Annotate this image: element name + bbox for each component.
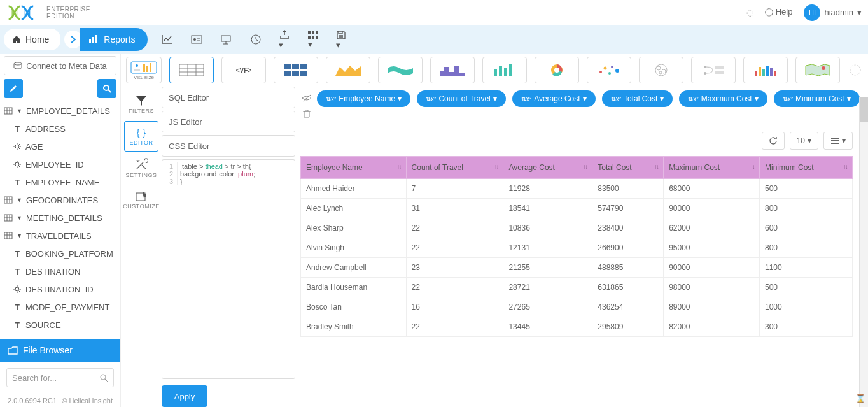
tree-label: DESTINATION (25, 267, 80, 276)
svg-rect-91 (766, 66, 769, 76)
connect-metadata-button[interactable]: Connect to Meta Data (4, 56, 116, 75)
chart-tree[interactable] (691, 57, 736, 83)
left-sidebar: Connect to Meta Data ▼EMPLOYEE_DETAILSTA… (0, 54, 121, 407)
svg-point-49 (101, 375, 106, 380)
tab-js-editor[interactable]: JS Editor (162, 111, 295, 132)
tool-settings[interactable]: SETTINGS (124, 153, 158, 183)
tab-home[interactable]: Home (4, 29, 60, 50)
filter-icon (135, 95, 148, 106)
chart-visualize[interactable]: Visualize (126, 57, 162, 83)
svg-rect-5 (92, 37, 94, 43)
apply-button[interactable]: Apply (162, 385, 207, 407)
column-header[interactable]: Employee Name↑↓ (301, 157, 407, 179)
field-pill[interactable]: ⇅x² Maximum Cost ▾ (679, 90, 767, 107)
tree-node[interactable]: TEMPLOYEE_NAME (4, 173, 116, 191)
chart-crosstab[interactable] (274, 57, 318, 83)
tree-node[interactable]: TBOOKING_PLATFORM (4, 245, 116, 262)
main-area: Connect to Meta Data ▼EMPLOYEE_DETAILSTA… (0, 54, 868, 407)
column-header[interactable]: Average Cost↑↓ (503, 157, 592, 179)
tool-customize[interactable]: CUSTOMIZE (124, 185, 158, 215)
table-row[interactable]: Andrew Campbell2321255488885900001100 (301, 258, 853, 278)
tree-node[interactable]: TDESTINATION (4, 262, 116, 280)
view-mode-select[interactable]: ▾ (823, 132, 853, 150)
table-row[interactable]: Alvin Singh221213126690095000800 (301, 238, 853, 258)
edit-button[interactable] (4, 79, 23, 98)
file-browser-panel[interactable]: File Browser (0, 339, 120, 362)
theme-icon[interactable]: ◌ (746, 8, 753, 17)
tree-node[interactable]: ▼EMPLOYEE_DETAILS (4, 102, 116, 120)
hourglass-icon: ⌛ (855, 394, 865, 403)
table-cell: 28721 (503, 278, 592, 297)
table-row[interactable]: Bradley Smith221344529580982000300 (301, 317, 853, 337)
chart-combo[interactable] (743, 57, 788, 83)
tool-editor[interactable]: { } EDITOR (124, 121, 158, 152)
field-pill[interactable]: ⇅x² Average Cost ▾ (512, 90, 596, 107)
save-menu[interactable]: ▾ (336, 30, 346, 50)
table-icon (4, 214, 13, 222)
column-header[interactable]: Total Cost↑↓ (592, 157, 664, 179)
field-pill[interactable]: ⇅x² Total Cost ▾ (602, 90, 673, 107)
field-pill[interactable]: ⇅x² Employee Name ▾ (317, 90, 410, 107)
svg-rect-89 (759, 67, 761, 76)
chart-table[interactable] (169, 57, 214, 83)
column-header[interactable]: Count of Travel↑↓ (406, 157, 503, 179)
search-input[interactable]: Search for... (6, 368, 114, 387)
tree-node[interactable]: AGE (4, 138, 116, 155)
table-row[interactable]: Alex Sharp221083623840062000600 (301, 218, 853, 238)
tree-node[interactable]: ▼GEOCORDINATES (4, 191, 116, 209)
export-menu[interactable]: ▾ (279, 30, 290, 50)
chart-type-bar: Visualize <VF> (121, 54, 868, 87)
table-cell: 16 (406, 297, 503, 317)
layout-menu[interactable]: ▾ (308, 31, 318, 49)
tab-css-editor[interactable]: CSS Editor (162, 135, 295, 157)
tree-node[interactable]: DESTINATION_ID (4, 280, 116, 298)
table-row[interactable]: Bosco Tan1627265436254890001000 (301, 297, 853, 317)
chart-scatter[interactable] (587, 57, 631, 83)
pagesize-select[interactable]: 10▾ (790, 132, 818, 150)
tab-sql-editor[interactable]: SQL Editor (162, 87, 295, 108)
card-icon[interactable] (191, 35, 202, 44)
chart-more[interactable] (848, 57, 863, 83)
tool-filters[interactable]: FILTERS (124, 89, 158, 120)
tree-node[interactable]: TMODE_OF_PAYMENT (4, 298, 116, 316)
present-icon[interactable] (220, 34, 232, 45)
tree-node[interactable]: EMPLOYEE_ID (4, 155, 116, 173)
tree-node[interactable]: TSOURCE (4, 316, 116, 334)
trash-icon[interactable] (300, 108, 313, 119)
svg-point-74 (554, 68, 559, 73)
chart-bubble[interactable] (639, 57, 683, 83)
table-cell: 68000 (664, 179, 760, 199)
hide-icon[interactable] (300, 92, 313, 104)
history-icon[interactable] (249, 34, 261, 45)
tree-node[interactable]: ▼MEETING_DETAILS (4, 209, 116, 227)
tree-node[interactable]: TADDRESS (4, 120, 116, 138)
svg-rect-36 (4, 215, 12, 221)
help-link[interactable]: ⓘ Help (765, 7, 793, 18)
table-row[interactable]: Alec Lynch311854157479090000800 (301, 199, 853, 218)
user-menu[interactable]: HI hiadmin▾ (804, 4, 862, 21)
tree-search-button[interactable] (97, 79, 116, 98)
svg-rect-70 (499, 66, 502, 76)
chart-vf[interactable]: <VF> (221, 57, 266, 83)
chart-area[interactable] (326, 57, 370, 83)
css-code-editor[interactable]: 1.table > thead > tr > th{ 2background-c… (162, 159, 295, 379)
caret-down-icon: ▼ (17, 215, 22, 221)
refresh-button[interactable] (762, 132, 785, 150)
chart-map[interactable] (795, 57, 840, 83)
chart-stream[interactable] (378, 57, 423, 83)
line-chart-icon[interactable] (162, 34, 173, 45)
tree-node[interactable]: ▼TRAVELDETAILS (4, 227, 116, 245)
column-header[interactable]: Minimum Cost↑↓ (759, 157, 852, 179)
table-row[interactable]: Bardia Houseman222872163186598000500 (301, 278, 853, 297)
field-pill[interactable]: ⇅x² Minimum Cost ▾ (774, 90, 860, 107)
chart-bar[interactable] (482, 57, 527, 83)
table-cell: 500 (759, 179, 852, 199)
column-header[interactable]: Maximum Cost↑↓ (664, 157, 760, 179)
chart-step[interactable] (430, 57, 475, 83)
field-pill[interactable]: ⇅x² Count of Travel ▾ (417, 90, 506, 107)
scrollbar[interactable] (859, 97, 868, 407)
table-row[interactable]: Ahmed Haider7119288350068000500 (301, 179, 853, 199)
svg-rect-72 (509, 64, 512, 76)
tab-reports[interactable]: Reports (80, 28, 148, 51)
chart-donut[interactable] (535, 57, 579, 83)
